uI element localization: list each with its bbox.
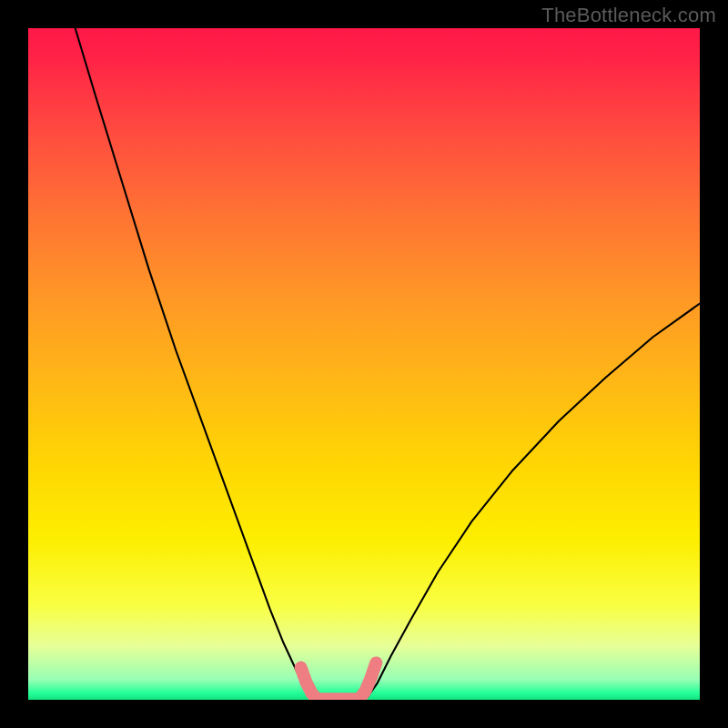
curves-svg <box>28 28 700 700</box>
series-black-curve-left <box>76 28 313 697</box>
plot-area <box>28 28 700 700</box>
series-pink-marker-right <box>359 662 376 699</box>
series-black-curve-right <box>368 304 700 697</box>
watermark-text: TheBottleneck.com <box>541 4 716 27</box>
chart-frame: TheBottleneck.com <box>0 0 728 728</box>
